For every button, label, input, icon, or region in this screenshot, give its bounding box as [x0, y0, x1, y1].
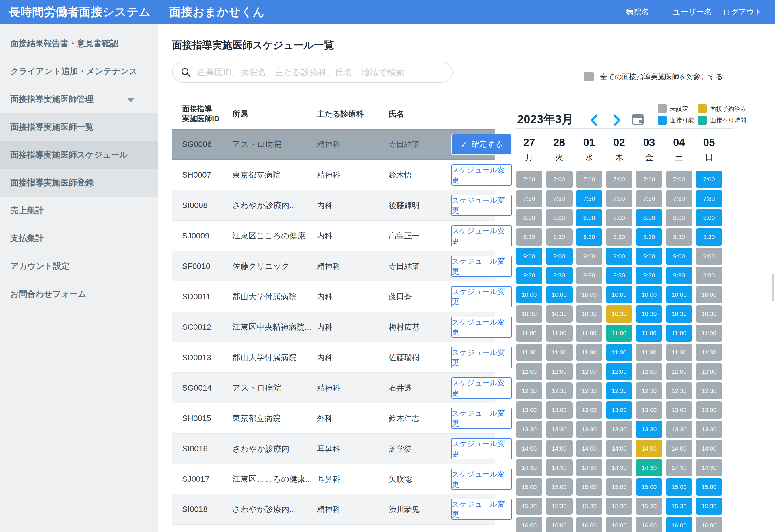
time-slot-01-700-unset[interactable]: 7:00 [576, 171, 602, 188]
time-slot-02-1430-unset[interactable]: 14:30 [606, 459, 633, 476]
confirm-button[interactable]: ✓確定する [451, 134, 512, 155]
time-slot-03-1330-available[interactable]: 13:30 [636, 421, 662, 438]
time-slot-05-900-unset[interactable]: 9:00 [696, 247, 722, 265]
time-slot-02-1000-available[interactable]: 10:00 [606, 286, 633, 303]
time-slot-27-1200-unset[interactable]: 12:00 [516, 363, 542, 380]
table-row[interactable]: SG0006アストロ病院精神科寺田結菜✓確定する [172, 129, 495, 159]
sidebar-item-0[interactable]: 面接結果報告書・意見書確認 [0, 30, 158, 57]
time-slot-28-800-unset[interactable]: 8:00 [546, 209, 573, 226]
time-slot-05-1200-unset[interactable]: 12:00 [696, 363, 722, 380]
schedule-change-button[interactable]: スケジュール変更 [451, 256, 512, 277]
time-slot-01-800-available[interactable]: 8:00 [576, 209, 602, 226]
time-slot-03-730-unset[interactable]: 7:30 [636, 190, 662, 207]
time-slot-04-1200-unset[interactable]: 12:00 [666, 363, 692, 380]
time-slot-05-1430-unset[interactable]: 14:30 [696, 459, 722, 476]
time-slot-28-1100-unset[interactable]: 11:00 [546, 325, 573, 342]
time-slot-28-700-unset[interactable]: 7:00 [546, 171, 573, 188]
time-slot-05-1600-unset[interactable]: 16:00 [696, 517, 722, 532]
time-slot-03-830-available[interactable]: 8:30 [636, 228, 662, 245]
sidebar-item-3[interactable]: 面接指導実施医師一覧 [0, 113, 158, 141]
time-slot-04-1130-unset[interactable]: 11:30 [666, 344, 692, 361]
table-row[interactable]: SI0018さわやか診療内...精神科渋川豪鬼スケジュール変更 [172, 494, 495, 525]
time-slot-05-930-unset[interactable]: 9:30 [696, 267, 722, 284]
time-slot-01-1200-unset[interactable]: 12:00 [576, 363, 602, 380]
time-slot-27-900-available[interactable]: 9:00 [516, 247, 542, 265]
time-slot-04-1300-unset[interactable]: 13:00 [666, 402, 692, 419]
sidebar-item-2[interactable]: 面接指導実施医師管理 [0, 85, 158, 113]
time-slot-01-1600-unset[interactable]: 16:00 [576, 517, 602, 532]
time-slot-04-730-unset[interactable]: 7:30 [666, 190, 692, 207]
time-slot-05-1400-unset[interactable]: 14:00 [696, 440, 722, 457]
time-slot-02-800-unset[interactable]: 8:00 [606, 209, 633, 226]
time-slot-27-1330-unset[interactable]: 13:30 [516, 421, 542, 438]
time-slot-01-930-unset[interactable]: 9:30 [576, 267, 602, 284]
schedule-change-button[interactable]: スケジュール変更 [451, 317, 512, 338]
time-slot-27-1230-unset[interactable]: 12:30 [516, 382, 542, 400]
time-slot-02-1400-unset[interactable]: 14:00 [606, 440, 633, 457]
time-slot-28-930-available[interactable]: 9:30 [546, 267, 573, 284]
page-scrollbar-thumb[interactable] [772, 274, 774, 301]
time-slot-28-1330-unset[interactable]: 13:30 [546, 421, 573, 438]
time-slot-01-1430-unset[interactable]: 14:30 [576, 459, 602, 476]
table-row[interactable]: SH0015東京都立病院外科鈴木仁志スケジュール変更 [172, 403, 495, 433]
table-row[interactable]: SG0014アストロ病院精神科石井透スケジュール変更 [172, 373, 495, 403]
time-slot-05-1030-unset[interactable]: 10:30 [696, 305, 722, 323]
time-slot-02-1230-available[interactable]: 12:30 [606, 382, 633, 400]
time-slot-04-800-unset[interactable]: 8:00 [666, 209, 692, 226]
time-slot-27-1100-unset[interactable]: 11:00 [516, 325, 542, 342]
time-slot-28-1600-unset[interactable]: 16:00 [546, 517, 573, 532]
search-input[interactable] [197, 67, 444, 77]
time-slot-05-1500-available[interactable]: 15:00 [696, 478, 722, 496]
schedule-change-button[interactable]: スケジュール変更 [451, 195, 512, 216]
time-slot-03-930-available[interactable]: 9:30 [636, 267, 662, 284]
user-name[interactable]: ユーザー名 [673, 7, 712, 17]
time-slot-05-800-available[interactable]: 8:00 [696, 209, 722, 226]
time-slot-04-930-available[interactable]: 9:30 [666, 267, 692, 284]
time-slot-04-1330-unset[interactable]: 13:30 [666, 421, 692, 438]
time-slot-27-730-unset[interactable]: 7:30 [516, 190, 542, 207]
time-slot-01-830-available[interactable]: 8:30 [576, 228, 602, 245]
time-slot-03-900-available[interactable]: 9:00 [636, 247, 662, 265]
calendar-next-button[interactable] [610, 114, 623, 126]
sidebar-item-1[interactable]: クライアント追加・メンテナンス [0, 57, 158, 85]
time-slot-28-1300-unset[interactable]: 13:00 [546, 402, 573, 419]
schedule-change-button[interactable]: スケジュール変更 [451, 438, 512, 459]
time-slot-03-1430-blocked[interactable]: 14:30 [636, 459, 662, 476]
time-slot-01-1230-unset[interactable]: 12:30 [576, 382, 602, 400]
all-doctors-checkbox[interactable] [584, 72, 594, 81]
sidebar-item-5[interactable]: 面接指導実施医師登録 [0, 169, 158, 196]
time-slot-02-930-available[interactable]: 9:30 [606, 267, 633, 284]
time-slot-02-830-unset[interactable]: 8:30 [606, 228, 633, 245]
sidebar-item-9[interactable]: お問合わせフォーム [0, 280, 158, 308]
table-row[interactable]: SD0013郡山大学付属病院内科佐藤瑞樹スケジュール変更 [172, 342, 495, 373]
time-slot-03-1100-available[interactable]: 11:00 [636, 325, 662, 342]
sidebar-item-6[interactable]: 売上集計 [0, 196, 158, 224]
time-slot-28-1030-unset[interactable]: 10:30 [546, 305, 573, 323]
time-slot-02-1100-blocked[interactable]: 11:00 [606, 325, 633, 342]
time-slot-03-1600-unset[interactable]: 16:00 [636, 517, 662, 532]
time-slot-03-1200-unset[interactable]: 12:00 [636, 363, 662, 380]
table-row[interactable]: SJ0009江東区こころの健康...内科高島正一スケジュール変更 [172, 220, 495, 251]
time-slot-05-1330-unset[interactable]: 13:30 [696, 421, 722, 438]
time-slot-28-1130-unset[interactable]: 11:30 [546, 344, 573, 361]
time-slot-04-830-unset[interactable]: 8:30 [666, 228, 692, 245]
time-slot-01-1330-unset[interactable]: 13:30 [576, 421, 602, 438]
schedule-change-button[interactable]: スケジュール変更 [451, 225, 512, 246]
time-slot-27-700-unset[interactable]: 7:00 [516, 171, 542, 188]
table-row[interactable]: SD0011郡山大学付属病院内科藤田蒼スケジュール変更 [172, 281, 495, 312]
logout-button[interactable]: ログアウト [723, 7, 762, 17]
time-slot-04-1530-available[interactable]: 15:30 [666, 498, 692, 515]
time-slot-05-730-available[interactable]: 7:30 [696, 190, 722, 207]
time-slot-02-1200-available[interactable]: 12:00 [606, 363, 633, 380]
time-slot-01-730-available[interactable]: 7:30 [576, 190, 602, 207]
time-slot-01-900-unset[interactable]: 9:00 [576, 247, 602, 265]
time-slot-04-700-unset[interactable]: 7:00 [666, 171, 692, 188]
time-slot-03-800-available[interactable]: 8:00 [636, 209, 662, 226]
time-slot-05-1130-unset[interactable]: 11:30 [696, 344, 722, 361]
time-slot-27-1130-unset[interactable]: 11:30 [516, 344, 542, 361]
schedule-change-button[interactable]: スケジュール変更 [451, 408, 512, 429]
time-slot-04-1600-available[interactable]: 16:00 [666, 517, 692, 532]
hospital-name[interactable]: 病院名 [626, 7, 649, 17]
time-slot-02-700-unset[interactable]: 7:00 [606, 171, 633, 188]
time-slot-28-1430-unset[interactable]: 14:30 [546, 459, 573, 476]
